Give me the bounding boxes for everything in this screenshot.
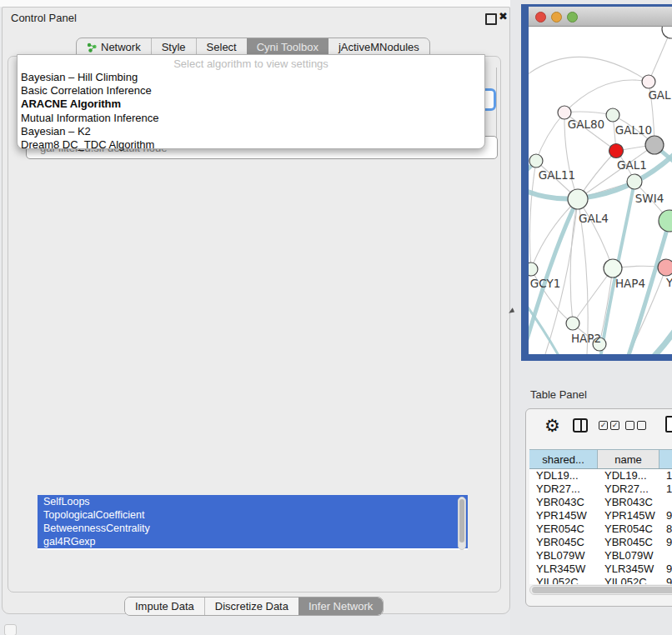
tab-label: Style <box>162 41 186 53</box>
top-strip <box>0 0 510 7</box>
network-edge[interactable] <box>564 112 613 115</box>
network-icon <box>87 42 97 52</box>
tab-jactivemnodules[interactable]: jActiveMNodules <box>328 38 429 56</box>
network-node-label: GAL10 <box>615 123 652 137</box>
checked-checkbox-icon[interactable]: ✓ <box>610 421 619 430</box>
network-graph: GALGAL80GAL10GAL1GAL11SWI4GAL4GCY1HAP4YH… <box>529 27 672 354</box>
table-row[interactable]: YBR045CYBR045C9. <box>529 536 672 549</box>
table-cell: YDL19... <box>598 469 659 482</box>
table-cell: YBL079W <box>529 549 598 562</box>
network-node-label: Y <box>665 276 672 289</box>
column-layout-icon[interactable] <box>573 418 588 432</box>
zoom-traffic-light-icon[interactable] <box>567 12 578 22</box>
network-edge[interactable] <box>529 57 649 82</box>
attributes-list-scrollbar[interactable] <box>458 497 466 550</box>
table-cell: 9. <box>659 536 672 549</box>
tab-label: Infer Network <box>308 600 373 612</box>
table-row[interactable]: YER054CYER054C8. <box>529 522 672 536</box>
tab-network[interactable]: Network <box>77 38 151 56</box>
network-node[interactable] <box>645 136 664 154</box>
table-panel-title: Table Panel <box>530 388 587 401</box>
network-node[interactable] <box>529 262 538 276</box>
attribute-item-selfloops[interactable]: SelfLoops <box>38 495 468 508</box>
table-cell: YDL19... <box>529 469 598 482</box>
network-node[interactable] <box>529 154 543 168</box>
close-icon[interactable]: ✖ <box>499 10 508 22</box>
table-rows: YDL19...YDL19...13YDR27...YDR27...12YBR0… <box>529 469 672 584</box>
algorithm-option-mutual-information-inference[interactable]: Mutual Information Inference <box>18 112 484 125</box>
table-panel-window: ⚙ ✓ ✓ shared...nameA YDL19...YDL19...13Y… <box>525 408 672 607</box>
network-node[interactable] <box>606 108 619 122</box>
network-node-label: SWI4 <box>635 192 664 205</box>
network-node[interactable] <box>568 189 588 209</box>
network-node[interactable] <box>662 27 672 38</box>
table-cell: YIL052C <box>598 576 659 584</box>
algorithm-dropdown-items: Bayesian – Hill ClimbingBasic Correlatio… <box>18 71 484 152</box>
bottom-tab-impute-data[interactable]: Impute Data <box>125 598 204 615</box>
network-node[interactable] <box>642 75 655 88</box>
algorithm-option-aracne-algorithm[interactable]: ARACNE Algorithm <box>18 98 484 111</box>
table-row[interactable]: YDL19...YDL19...13 <box>529 469 672 482</box>
attribute-item-gal4rgexp[interactable]: gal4RGexp <box>38 535 468 548</box>
table-cell: YLR345W <box>529 562 598 576</box>
table-row[interactable]: YDR27...YDR27...12 <box>529 482 672 496</box>
network-node-label: GAL4 <box>579 212 609 225</box>
algorithm-option-basic-correlation-inference[interactable]: Basic Correlation Inference <box>18 84 484 98</box>
table-cell: 9. <box>659 576 672 584</box>
minimized-panel-icon[interactable] <box>4 624 17 635</box>
network-edge-highlighted[interactable] <box>615 320 672 354</box>
table-header-row: shared...nameA <box>529 449 672 469</box>
tab-cyni-toolbox[interactable]: Cyni Toolbox <box>247 38 328 56</box>
network-node-label: HAP2 <box>571 332 601 345</box>
network-edge[interactable] <box>564 80 649 112</box>
network-node[interactable] <box>609 144 624 158</box>
unchecked-checkbox-icon[interactable] <box>637 421 646 430</box>
close-traffic-light-icon[interactable] <box>535 12 546 22</box>
network-node[interactable] <box>566 317 579 330</box>
network-node-label: HAP4 <box>615 277 645 290</box>
network-edge[interactable] <box>570 199 578 323</box>
network-node[interactable] <box>604 259 622 278</box>
table-cell: YBR045C <box>598 536 659 549</box>
bottom-tab-discretize-data[interactable]: Discretize Data <box>204 598 298 615</box>
tab-select[interactable]: Select <box>196 38 247 56</box>
column-header-name[interactable]: name <box>598 450 659 468</box>
column-header-a[interactable]: A <box>659 450 672 468</box>
tab-label: Select <box>207 41 237 53</box>
algorithm-option-dream8-dc-tdc-algorithm[interactable]: Dream8 DC_TDC Algorithm <box>18 138 484 152</box>
algorithm-dropdown-placeholder: Select algorithm to view settings <box>18 55 484 71</box>
network-node-label: GCY1 <box>530 277 561 290</box>
tab-label: Impute Data <box>135 600 194 612</box>
algorithm-option-bayesian-k2[interactable]: Bayesian – K2 <box>18 125 484 138</box>
data-attributes-list[interactable]: SelfLoopsTopologicalCoefficientBetweenne… <box>38 495 468 550</box>
table-cell: YDR27... <box>598 482 659 496</box>
table-row[interactable]: YLR345WYLR345W9. <box>529 562 672 576</box>
network-window-titlebar[interactable] <box>529 7 672 27</box>
unchecked-checkbox-icon[interactable] <box>625 421 634 430</box>
tab-style[interactable]: Style <box>151 38 196 56</box>
network-edge[interactable] <box>536 112 564 161</box>
network-node-label: GAL11 <box>539 168 575 182</box>
table-row[interactable]: YPR145WYPR145W9. <box>529 509 672 522</box>
document-icon[interactable] <box>665 416 672 432</box>
attribute-item-topologicalcoefficient[interactable]: TopologicalCoefficient <box>38 508 468 522</box>
gear-icon[interactable]: ⚙ <box>544 416 560 436</box>
table-row[interactable]: YBR043CYBR043C <box>529 496 672 509</box>
algorithm-option-bayesian-hill-climbing[interactable]: Bayesian – Hill Climbing <box>18 71 484 84</box>
network-edge[interactable] <box>529 161 536 269</box>
attribute-item-betweennesscentrality[interactable]: BetweennessCentrality <box>38 522 468 535</box>
minimize-traffic-light-icon[interactable] <box>551 12 562 22</box>
table-row[interactable]: YIL052CYIL052C9. <box>529 576 672 584</box>
table-cell: 13 <box>659 469 672 482</box>
table-row[interactable]: YBL079WYBL079W <box>529 549 672 562</box>
checked-checkbox-icon[interactable]: ✓ <box>599 421 608 430</box>
network-canvas[interactable]: GALGAL80GAL10GAL1GAL11SWI4GAL4GCY1HAP4YH… <box>529 27 672 354</box>
bottom-tab-infer-network[interactable]: Infer Network <box>298 598 383 615</box>
table-horizontal-scrollbar[interactable] <box>529 585 672 595</box>
network-node[interactable] <box>627 174 642 189</box>
network-node[interactable] <box>659 210 672 232</box>
float-window-icon[interactable] <box>485 13 497 25</box>
table-cell: YPR145W <box>529 509 598 522</box>
network-node[interactable] <box>658 259 672 276</box>
column-header-shared[interactable]: shared... <box>529 450 598 468</box>
